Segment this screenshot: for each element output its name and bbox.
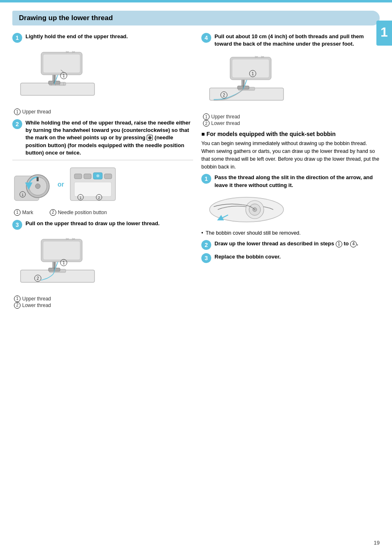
page-number: 19 bbox=[374, 540, 380, 546]
step-4-row: 4 Pull out about 10 cm (4 inch) of both … bbox=[201, 33, 380, 48]
quick-set-heading: For models equipped with the quick-set b… bbox=[201, 131, 380, 137]
svg-text:2: 2 bbox=[98, 196, 100, 200]
step-4-circle: 4 bbox=[201, 33, 211, 43]
step-1-row: 1 Lightly hold the end of the upper thre… bbox=[12, 33, 193, 43]
svg-text:1: 1 bbox=[62, 261, 65, 265]
qs-step-2-instruction: Draw up the lower thread as described in… bbox=[214, 240, 380, 247]
step-3-caption-1: 1 Upper thread bbox=[14, 295, 193, 302]
left-column: 1 Lightly hold the end of the upper thre… bbox=[12, 33, 193, 313]
svg-text:1: 1 bbox=[62, 74, 65, 78]
svg-text:1: 1 bbox=[79, 196, 81, 200]
bobbin-slit-diagram bbox=[201, 192, 380, 229]
step-3-caption-2: 2 Lower thread bbox=[14, 302, 193, 309]
step-2-divider bbox=[12, 160, 193, 160]
step-1-diagram: 1 ✂ ✂ bbox=[12, 46, 193, 107]
needle-position-diagram: ⊕ 1 2 bbox=[68, 164, 118, 206]
handwheel-diagram: 1 bbox=[12, 164, 53, 206]
step-3-diagram: 1 2 ✂ ✂ bbox=[12, 233, 193, 294]
step-2-caption-mark: 1 Mark bbox=[14, 209, 33, 216]
svg-text:⊕: ⊕ bbox=[96, 173, 99, 178]
step-2-images: 1 or ⊕ bbox=[12, 164, 193, 206]
step-3-instruction: Pull on the upper thread to draw up the … bbox=[25, 220, 193, 227]
step-2-caption-needle: 2 Needle position button bbox=[50, 209, 107, 216]
qs-step-3-row: 3 Replace the bobbin cover. bbox=[201, 253, 380, 263]
step-2-circle: 2 bbox=[12, 119, 22, 129]
section-header: Drawing up the lower thread bbox=[12, 11, 380, 25]
svg-text:1: 1 bbox=[21, 193, 23, 197]
qs-step-3-instruction: Replace the bobbin cover. bbox=[214, 253, 380, 261]
qs-step-2-ref: 1 to 4. bbox=[336, 240, 358, 247]
step-3-circle: 3 bbox=[12, 220, 22, 230]
or-label: or bbox=[58, 181, 64, 188]
svg-rect-11 bbox=[43, 54, 80, 73]
step-1-svg: 1 ✂ ✂ bbox=[12, 46, 103, 106]
svg-text:1: 1 bbox=[251, 72, 254, 76]
section-title: Drawing up the lower thread bbox=[19, 14, 113, 22]
svg-text:✂: ✂ bbox=[255, 55, 258, 59]
svg-text:✂: ✂ bbox=[72, 237, 75, 241]
qs-step-1-row: 1 Pass the thread along the slit in the … bbox=[201, 174, 380, 189]
svg-text:✂: ✂ bbox=[66, 50, 69, 54]
qs-step-2-row: 2 Draw up the lower thread as described … bbox=[201, 240, 380, 250]
svg-rect-26 bbox=[84, 174, 91, 179]
step-4-caption-2: 2 Lower thread bbox=[203, 120, 380, 127]
chapter-number: 1 bbox=[376, 21, 392, 46]
step-4-caption-1: 1 Upper thread bbox=[203, 113, 380, 120]
qs-step-3-circle: 3 bbox=[201, 253, 211, 263]
svg-rect-25 bbox=[74, 174, 82, 179]
svg-rect-41 bbox=[43, 241, 80, 260]
step-2-captions: 1 Mark 2 Needle position button bbox=[14, 209, 193, 216]
svg-text:✂: ✂ bbox=[261, 55, 264, 59]
step-1-caption-1: 1 Upper thread bbox=[14, 108, 193, 115]
right-column: 4 Pull out about 10 cm (4 inch) of both … bbox=[201, 33, 380, 313]
svg-text:✂: ✂ bbox=[72, 50, 75, 54]
qs-step-2-circle: 2 bbox=[201, 240, 211, 250]
step-2-row: 2 While holding the end of the upper thr… bbox=[12, 119, 193, 157]
qs-step-1-bullet: The bobbin cover should still be removed… bbox=[201, 230, 380, 236]
svg-rect-29 bbox=[104, 174, 112, 179]
svg-text:✂: ✂ bbox=[66, 237, 69, 241]
step-1-circle: 1 bbox=[12, 33, 22, 43]
step-2-instruction: While holding the end of the upper threa… bbox=[25, 119, 193, 157]
step-4-instruction: Pull out about 10 cm (4 inch) of both th… bbox=[214, 33, 380, 48]
step-4-diagram: 1 2 ✂ ✂ bbox=[201, 51, 380, 112]
svg-text:2: 2 bbox=[37, 276, 39, 281]
step-4-captions: 1 Upper thread 2 Lower thread bbox=[203, 113, 380, 127]
qs-step-1-instruction: Pass the thread along the slit in the di… bbox=[214, 174, 380, 189]
svg-rect-21 bbox=[37, 177, 39, 181]
svg-point-20 bbox=[35, 184, 40, 189]
step-1-captions: 1 Upper thread bbox=[14, 108, 193, 115]
qs-step-1-circle: 1 bbox=[201, 174, 211, 184]
step-1-instruction: Lightly hold the end of the upper thread… bbox=[25, 33, 193, 40]
svg-rect-54 bbox=[232, 59, 269, 78]
step-3-row: 3 Pull on the upper thread to draw up th… bbox=[12, 220, 193, 230]
svg-text:2: 2 bbox=[223, 93, 225, 97]
step-3-captions: 1 Upper thread 2 Lower thread bbox=[14, 295, 193, 309]
quick-set-body: You can begin sewing immediately without… bbox=[201, 140, 380, 171]
